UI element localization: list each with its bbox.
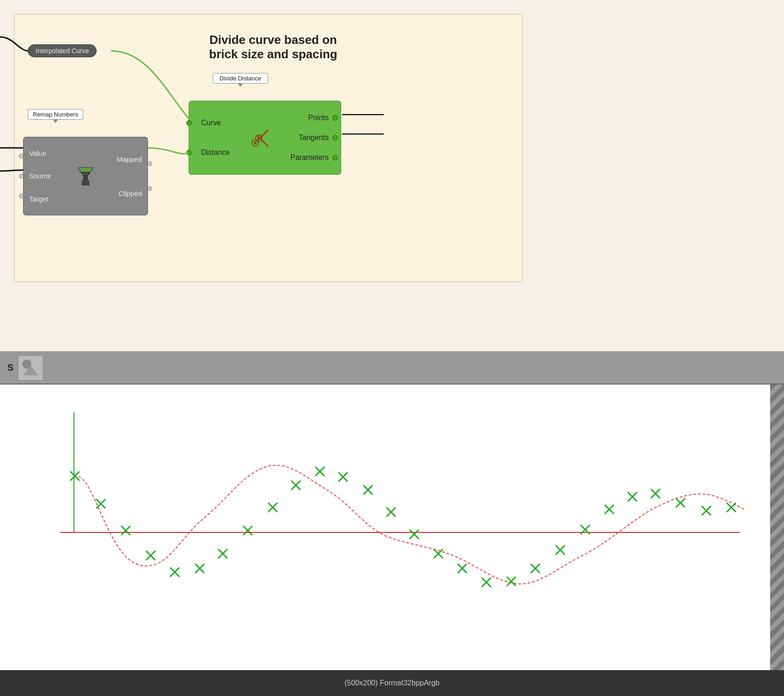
canvas-area: Divide curve based on brick size and spa… bbox=[0, 0, 784, 351]
marker-6 bbox=[195, 564, 204, 573]
marker-12 bbox=[338, 472, 348, 482]
preview-s-label: S bbox=[7, 362, 13, 373]
divide-center: Curve Distance Point bbox=[197, 101, 332, 174]
port-tangents[interactable] bbox=[332, 135, 338, 140]
marker-9 bbox=[268, 503, 277, 512]
marker-8 bbox=[243, 526, 252, 535]
marker-1 bbox=[70, 471, 80, 481]
marker-7 bbox=[218, 549, 227, 558]
divide-scissors-icon bbox=[249, 126, 272, 149]
marker-27 bbox=[702, 506, 711, 515]
marker-23 bbox=[605, 505, 614, 514]
group-title: Divide curve based on brick size and spa… bbox=[176, 33, 370, 61]
svg-point-14 bbox=[257, 137, 260, 140]
marker-18 bbox=[482, 578, 491, 587]
marker-3 bbox=[121, 526, 130, 535]
preview-footer: (500x200) Format32bppArgb bbox=[0, 670, 784, 696]
marker-19 bbox=[507, 577, 516, 586]
remap-inputs: Value Source Target bbox=[29, 137, 57, 215]
remap-node[interactable]: Value Source Target bbox=[23, 137, 148, 215]
divide-node[interactable]: Curve Distance Point bbox=[189, 101, 341, 175]
port-distance[interactable] bbox=[186, 150, 192, 155]
marker-20 bbox=[531, 564, 540, 573]
remap-tooltip: Remap Numbers bbox=[28, 109, 83, 120]
interp-curve-node[interactable]: Interpolated Curve bbox=[28, 44, 97, 57]
port-mapped[interactable] bbox=[147, 161, 152, 166]
port-source[interactable] bbox=[19, 174, 24, 178]
divide-icon bbox=[230, 126, 290, 149]
zigzag-edge bbox=[770, 385, 784, 670]
port-parameters[interactable] bbox=[332, 155, 338, 160]
preview-canvas bbox=[0, 385, 770, 670]
marker-28 bbox=[727, 503, 736, 512]
thumbnail-icon bbox=[18, 356, 43, 380]
remap-icon bbox=[74, 165, 97, 187]
remap-left-ports bbox=[21, 137, 24, 215]
remap-icon-area bbox=[57, 165, 114, 187]
divide-left-ports bbox=[189, 101, 197, 174]
preview-header: S bbox=[0, 351, 784, 385]
curve-preview-svg bbox=[0, 385, 770, 670]
divide-output-labels: Points Tangents Parameters bbox=[290, 101, 329, 174]
divide-tooltip: Divide Distance bbox=[213, 73, 268, 84]
port-points[interactable] bbox=[332, 115, 338, 121]
marker-2 bbox=[96, 499, 105, 508]
preview-footer-text: (500x200) Format32bppArgb bbox=[344, 679, 439, 687]
port-curve[interactable] bbox=[186, 120, 192, 126]
preview-panel: S bbox=[0, 351, 784, 696]
marker-13 bbox=[363, 485, 373, 495]
divide-input-labels: Curve Distance bbox=[201, 101, 230, 174]
remap-node-content: Value Source Target bbox=[29, 137, 142, 215]
marker-10 bbox=[291, 481, 300, 490]
marker-15 bbox=[410, 530, 419, 539]
divide-node-inner: Curve Distance Point bbox=[189, 101, 341, 174]
port-clipped[interactable] bbox=[147, 186, 152, 191]
port-value[interactable] bbox=[19, 154, 24, 159]
marker-5 bbox=[170, 568, 179, 577]
marker-21 bbox=[556, 545, 565, 555]
preview-thumbnail[interactable] bbox=[18, 355, 42, 379]
marker-11 bbox=[315, 467, 325, 476]
marker-14 bbox=[386, 507, 396, 517]
marker-26 bbox=[676, 498, 685, 507]
marker-4 bbox=[146, 551, 155, 560]
marker-17 bbox=[458, 564, 467, 573]
port-target[interactable] bbox=[19, 194, 24, 198]
remap-outputs: Mapped Clipped bbox=[114, 137, 142, 215]
marker-24 bbox=[628, 492, 637, 501]
divide-right-ports bbox=[332, 101, 341, 174]
svg-point-13 bbox=[254, 141, 257, 144]
marker-25 bbox=[651, 489, 660, 498]
remap-right-ports bbox=[147, 137, 150, 215]
